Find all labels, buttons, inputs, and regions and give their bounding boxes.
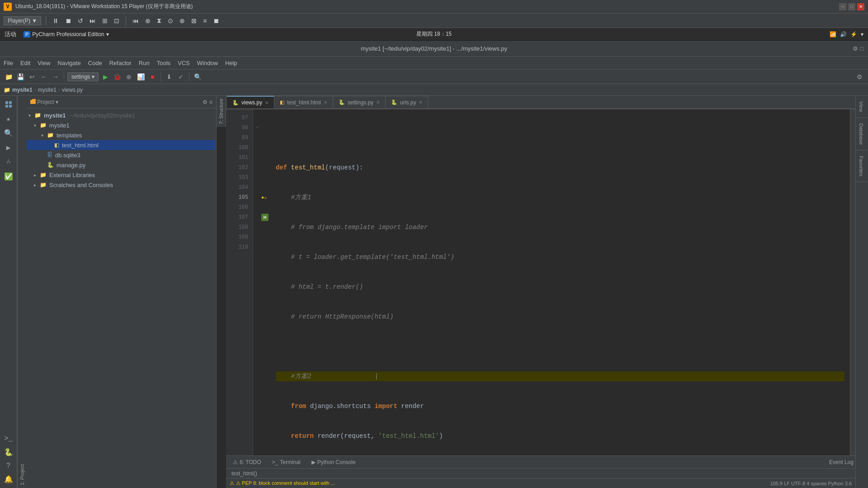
tree-item-root[interactable]: ▾ 📁 mysite1 ~/tedu/vip/day02/mysite1 bbox=[27, 110, 216, 120]
debug-button[interactable]: 🐞 bbox=[112, 72, 122, 82]
todo-tab[interactable]: ⚠ 6: TODO bbox=[228, 457, 266, 468]
tree-item-manage[interactable]: ▸ 🐍 manage.py bbox=[27, 160, 216, 170]
database-vtab[interactable]: Database bbox=[856, 118, 868, 150]
event-log-link[interactable]: Event Log bbox=[829, 459, 854, 465]
tab-test-html[interactable]: ◧ test_html.html ✕ bbox=[274, 96, 333, 108]
open-folder-button[interactable]: 📁 bbox=[4, 72, 14, 82]
project-settings-icon[interactable]: ⚙ bbox=[203, 99, 208, 105]
tree-item-external-libs[interactable]: ▸ 📁 External Libraries bbox=[27, 170, 216, 180]
tree-item-templates[interactable]: ▾ 📁 templates bbox=[27, 130, 216, 140]
fold-98[interactable]: ▾ bbox=[253, 123, 261, 133]
git-update-button[interactable]: ⬇ bbox=[164, 72, 174, 82]
find-icon[interactable]: 🔍 bbox=[2, 127, 15, 140]
run-icon[interactable]: ▶ bbox=[2, 141, 15, 155]
tree-item-mysite1[interactable]: ▾ 📁 mysite1 bbox=[27, 120, 216, 130]
vm-icon6[interactable]: ⊗ bbox=[178, 16, 187, 25]
menu-navigate[interactable]: Navigate bbox=[57, 60, 80, 66]
network-icon[interactable]: 📶 bbox=[830, 31, 836, 38]
menu-view[interactable]: View bbox=[38, 60, 50, 66]
menu-window[interactable]: Window bbox=[197, 60, 218, 66]
forward-icon[interactable]: ⏭ bbox=[88, 16, 98, 25]
todo-icon[interactable]: ✅ bbox=[2, 170, 15, 183]
structure-vtab[interactable]: 7: Structure bbox=[217, 96, 226, 127]
tab-views-py-close[interactable]: ✕ bbox=[265, 100, 269, 105]
view-vtab[interactable]: View bbox=[856, 96, 868, 118]
pause-icon[interactable]: ⏸ bbox=[51, 16, 61, 25]
save-button[interactable]: 💾 bbox=[15, 72, 25, 82]
undo-button[interactable]: ↩ bbox=[27, 72, 37, 82]
menu-file[interactable]: File bbox=[4, 60, 13, 66]
vm-icon3[interactable]: ⊕ bbox=[143, 16, 152, 25]
stop-run-button[interactable]: ■ bbox=[147, 72, 157, 82]
tab-views-py[interactable]: 🐍 views.py ✕ bbox=[227, 96, 274, 108]
vm-icon7[interactable]: ⊠ bbox=[189, 16, 198, 25]
menu-edit[interactable]: Edit bbox=[20, 60, 30, 66]
tree-item-test-html[interactable]: ▸ ◧ test_html.html bbox=[27, 140, 216, 150]
gutter-108 bbox=[261, 222, 270, 232]
tree-item-db[interactable]: ▸ 🗄 db.sqlite3 bbox=[27, 150, 216, 160]
battery-icon[interactable]: ⚡ bbox=[850, 31, 857, 38]
settings-gear-button[interactable]: ⚙ bbox=[854, 72, 864, 82]
menu-run[interactable]: Run bbox=[139, 60, 150, 66]
code-container[interactable]: 97 98 99 100 101 102 103 104 105 106 107… bbox=[226, 109, 855, 455]
run-configuration-dropdown[interactable]: settings ▾ bbox=[67, 72, 99, 81]
help-icon[interactable]: ? bbox=[2, 459, 15, 473]
vm-icon5[interactable]: ⊙ bbox=[166, 16, 175, 25]
vm-icon2[interactable]: ⏮ bbox=[131, 16, 141, 25]
close-button[interactable]: ✕ bbox=[857, 3, 864, 10]
settings-vm-icon[interactable]: ⊡ bbox=[112, 16, 121, 25]
favorites-icon[interactable]: ★ bbox=[2, 112, 15, 126]
tab-test-html-close[interactable]: ✕ bbox=[324, 100, 327, 105]
python-console-tab[interactable]: ▶ Python Console bbox=[307, 457, 361, 468]
activities-button[interactable]: 活动 bbox=[5, 30, 16, 38]
code-content[interactable]: def test_html(request): #方案1 # from djan… bbox=[270, 109, 850, 455]
tab-settings-py[interactable]: 🐍 settings.py ✕ bbox=[333, 96, 386, 108]
notifications-icon[interactable]: 🔔 bbox=[2, 473, 15, 486]
python-console-icon[interactable]: 🐍 bbox=[2, 446, 15, 459]
favorites-vtab[interactable]: Favorites bbox=[856, 150, 868, 182]
project-collapse-icon[interactable]: ≡ bbox=[209, 99, 212, 105]
tab-urls-py[interactable]: 🐍 urls.py ✕ bbox=[386, 96, 428, 108]
bc-sep1: › bbox=[34, 87, 36, 93]
back-button[interactable]: ← bbox=[39, 72, 49, 82]
pycharm-settings-icon[interactable]: ⚙ bbox=[853, 45, 858, 52]
pycharm-app-label[interactable]: P PyCharm Professional Edition ▾ bbox=[24, 31, 109, 38]
run-with-coverage-button[interactable]: ⊕ bbox=[124, 72, 134, 82]
menu-tools[interactable]: Tools bbox=[157, 60, 170, 66]
tab-settings-py-close[interactable]: ✕ bbox=[376, 100, 380, 105]
search-everywhere-button[interactable]: 🔍 bbox=[193, 72, 203, 82]
profile-button[interactable]: 📊 bbox=[136, 72, 146, 82]
vm-icon8[interactable]: ≡ bbox=[201, 16, 208, 25]
menu-vcs[interactable]: VCS bbox=[178, 60, 190, 66]
breadcrumb-project[interactable]: mysite1 bbox=[12, 87, 33, 93]
pycharm-resize-icon[interactable]: □ bbox=[860, 45, 863, 52]
vm-icon4[interactable]: ⧗ bbox=[155, 16, 163, 25]
vm-icon9[interactable]: ⏹ bbox=[211, 16, 221, 25]
menu-refactor[interactable]: Refactor bbox=[109, 60, 132, 66]
maximize-button[interactable]: □ bbox=[848, 3, 855, 10]
breadcrumb-file[interactable]: views.py bbox=[62, 87, 83, 93]
git-commit-button[interactable]: ✓ bbox=[176, 72, 186, 82]
project-view-icon[interactable] bbox=[2, 98, 15, 111]
refresh-icon[interactable]: ↺ bbox=[76, 16, 85, 25]
forward-nav-button[interactable]: → bbox=[51, 72, 61, 82]
line-num-107: 107 bbox=[226, 212, 253, 222]
fold-105 bbox=[253, 192, 261, 202]
git-icon[interactable]: ⑃ bbox=[2, 155, 15, 169]
player-menu-button[interactable]: Player(P) ▼ bbox=[4, 16, 41, 25]
terminal-tab[interactable]: >_ Terminal bbox=[267, 457, 306, 468]
tab-urls-py-close[interactable]: ✕ bbox=[419, 100, 422, 105]
system-menu-icon[interactable]: ▾ bbox=[861, 31, 863, 38]
fullscreen-icon[interactable]: ⊞ bbox=[100, 16, 109, 25]
breadcrumb-module[interactable]: mysite1 bbox=[38, 87, 57, 93]
project-panel-vtab[interactable]: 1: Project bbox=[17, 96, 27, 488]
fold-100 bbox=[253, 143, 261, 153]
tree-item-scratches[interactable]: ▸ 📁 Scratches and Consoles bbox=[27, 180, 216, 190]
menu-code[interactable]: Code bbox=[88, 60, 102, 66]
terminal-icon[interactable]: >_ bbox=[2, 432, 15, 446]
stop-icon[interactable]: ⏹ bbox=[63, 16, 73, 25]
minimize-button[interactable]: ─ bbox=[839, 3, 846, 10]
run-button[interactable]: ▶ bbox=[100, 72, 110, 82]
menu-help[interactable]: Help bbox=[225, 60, 237, 66]
sound-icon[interactable]: 🔊 bbox=[840, 31, 847, 38]
